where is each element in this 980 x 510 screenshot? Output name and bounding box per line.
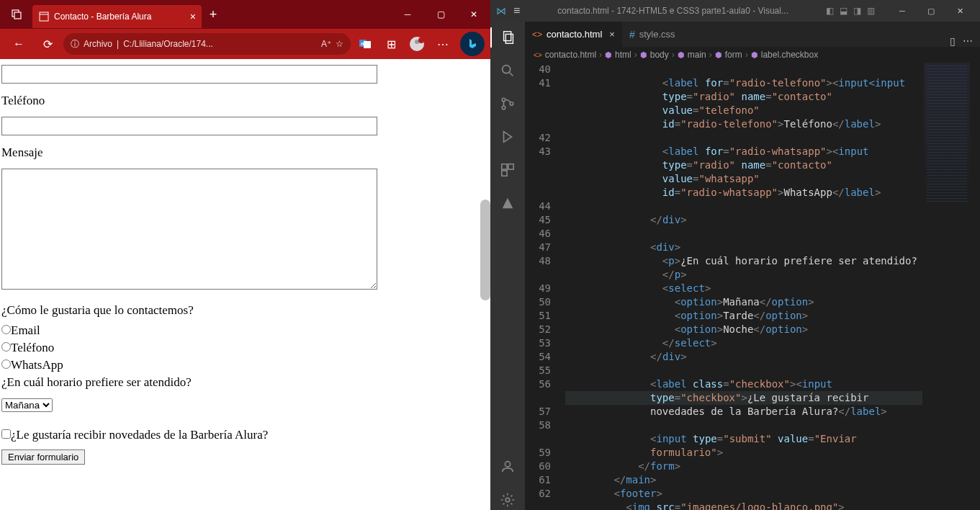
svg-marker-17 bbox=[504, 132, 512, 143]
horario-select[interactable]: Mañana Tarde Noche bbox=[1, 398, 53, 412]
minimize-button[interactable]: ─ bbox=[391, 0, 424, 29]
bing-icon[interactable] bbox=[460, 32, 485, 56]
browser-window: Contacto - Barbería Alura × + ─ ▢ ✕ ← ⟳ … bbox=[0, 0, 490, 510]
minimap[interactable] bbox=[924, 63, 970, 207]
code-editor[interactable]: 4041424344454647484950515253545556575859… bbox=[525, 63, 980, 510]
more-icon[interactable]: ⋯ bbox=[431, 32, 454, 55]
vs-close-button[interactable]: ✕ bbox=[945, 0, 974, 22]
svg-point-15 bbox=[502, 106, 505, 109]
html-file-icon: <> bbox=[532, 30, 542, 40]
horario-question: ¿En cuál horario prefiere ser atendido? bbox=[1, 375, 489, 390]
azure-icon[interactable] bbox=[490, 193, 525, 213]
radio-whatsapp-label[interactable]: WhatsApp bbox=[1, 358, 489, 372]
split-editor-icon[interactable]: ▯ bbox=[950, 35, 956, 47]
close-tab-icon[interactable]: × bbox=[190, 11, 196, 22]
vscode-logo-icon: ⋈ bbox=[496, 5, 506, 17]
svg-rect-10 bbox=[504, 32, 511, 41]
contact-question: ¿Cómo le gustaria que lo contactemos? bbox=[1, 303, 489, 318]
refresh-button[interactable]: ⟳ bbox=[35, 31, 60, 57]
telefono-label: Teléfono bbox=[1, 94, 489, 108]
radio-email-label[interactable]: Email bbox=[1, 323, 489, 338]
svg-rect-18 bbox=[502, 164, 507, 169]
hamburger-icon[interactable]: ≡ bbox=[513, 4, 520, 17]
radio-whatsapp[interactable] bbox=[1, 359, 11, 369]
svg-point-14 bbox=[502, 98, 505, 102]
accounts-icon[interactable] bbox=[490, 457, 525, 477]
window-controls: ─ ▢ ✕ bbox=[391, 0, 490, 29]
symbol-icon: ⬢ bbox=[715, 50, 722, 60]
editor-area: <> contacto.html × # style.css ▯ ⋯ <> co… bbox=[525, 22, 980, 510]
maximize-button[interactable]: ▢ bbox=[424, 0, 457, 29]
close-tab-icon[interactable]: × bbox=[609, 29, 615, 40]
tab-title: Contacto - Barbería Alura bbox=[54, 12, 186, 22]
svg-point-16 bbox=[510, 102, 513, 106]
newsletter-checkbox[interactable] bbox=[1, 429, 11, 439]
svg-text:a: a bbox=[361, 40, 364, 47]
explorer-icon[interactable] bbox=[490, 27, 525, 48]
submit-button[interactable]: Enviar formulario bbox=[1, 449, 85, 465]
svg-marker-21 bbox=[503, 198, 513, 209]
svg-rect-5 bbox=[364, 41, 371, 48]
vscode-title: contacto.html - 1742-HTML5 e CSS3 parte1… bbox=[527, 6, 819, 16]
favorite-icon[interactable]: ☆ bbox=[336, 39, 343, 49]
svg-rect-19 bbox=[508, 164, 513, 169]
mensaje-textarea[interactable] bbox=[1, 169, 377, 290]
url-scheme: Archivo bbox=[84, 39, 112, 49]
settings-icon[interactable] bbox=[490, 490, 525, 510]
html-file-icon: <> bbox=[534, 51, 542, 59]
layout-bottom-icon[interactable]: ⬓ bbox=[840, 6, 848, 16]
layout-custom-icon[interactable]: ▥ bbox=[867, 6, 875, 16]
code-lines: <label for="radio-telefono"><input<input… bbox=[565, 63, 922, 510]
newsletter-checkbox-label[interactable]: ¿Le gustaría recibir novedades de la Bar… bbox=[1, 428, 489, 442]
close-window-button[interactable]: ✕ bbox=[457, 0, 490, 29]
browser-titlebar: Contacto - Barbería Alura × + ─ ▢ ✕ bbox=[0, 0, 490, 29]
profile-icon[interactable] bbox=[405, 32, 428, 55]
vs-maximize-button[interactable]: ▢ bbox=[917, 0, 945, 22]
scrollbar-thumb[interactable] bbox=[480, 200, 490, 300]
radio-email[interactable] bbox=[1, 325, 11, 334]
svg-point-22 bbox=[505, 462, 510, 467]
page-icon bbox=[38, 11, 50, 22]
breadcrumb[interactable]: <> contacto.html› ⬢html› ⬢body› ⬢main› ⬢… bbox=[525, 47, 980, 63]
svg-point-23 bbox=[505, 498, 510, 502]
tab-contacto[interactable]: <> contacto.html × bbox=[525, 22, 622, 47]
more-actions-icon[interactable]: ⋯ bbox=[963, 35, 973, 47]
run-debug-icon[interactable] bbox=[490, 127, 525, 147]
back-button[interactable]: ← bbox=[6, 31, 32, 57]
symbol-icon: ⬢ bbox=[678, 50, 685, 60]
line-gutter: 4041424344454647484950515253545556575859… bbox=[525, 63, 558, 501]
vscode-titlebar: ⋈ ≡ contacto.html - 1742-HTML5 e CSS3 pa… bbox=[490, 0, 980, 22]
url-input[interactable]: ⓘ Archivo | C:/Lliliana/Oracle/174... A⁺… bbox=[63, 33, 351, 55]
tab-actions-button[interactable] bbox=[0, 0, 32, 29]
reader-icon[interactable]: A⁺ bbox=[321, 39, 331, 49]
editor-tabbar: <> contacto.html × # style.css ▯ ⋯ bbox=[525, 22, 980, 47]
search-icon[interactable] bbox=[490, 61, 525, 81]
url-separator: | bbox=[117, 39, 119, 49]
symbol-icon: ⬢ bbox=[605, 50, 612, 60]
vscode-window: ⋈ ≡ contacto.html - 1742-HTML5 e CSS3 pa… bbox=[490, 0, 980, 510]
svg-line-13 bbox=[510, 73, 513, 76]
address-bar: ← ⟳ ⓘ Archivo | C:/Lliliana/Oracle/174..… bbox=[0, 29, 490, 59]
symbol-icon: ⬢ bbox=[640, 50, 647, 60]
translate-icon[interactable]: a bbox=[354, 32, 377, 55]
svg-rect-20 bbox=[502, 171, 507, 176]
vs-minimize-button[interactable]: ─ bbox=[888, 0, 917, 22]
tab-style[interactable]: # style.css bbox=[622, 22, 683, 47]
page-content: Teléfono Mensaje ¿Cómo le gustaria que l… bbox=[0, 59, 490, 510]
symbol-icon: ⬢ bbox=[751, 50, 758, 60]
new-tab-button[interactable]: + bbox=[202, 7, 225, 22]
layout-left-icon[interactable]: ◧ bbox=[826, 6, 834, 16]
source-control-icon[interactable] bbox=[490, 94, 525, 114]
mensaje-label: Mensaje bbox=[1, 146, 489, 160]
radio-telefono[interactable] bbox=[1, 342, 11, 352]
collections-icon[interactable]: ⊞ bbox=[379, 32, 403, 55]
extensions-icon[interactable] bbox=[490, 160, 525, 180]
radio-telefono-label[interactable]: Teléfono bbox=[1, 341, 489, 355]
prev-input[interactable] bbox=[1, 65, 377, 84]
svg-point-12 bbox=[503, 66, 511, 73]
telefono-input[interactable] bbox=[1, 117, 377, 135]
svg-rect-11 bbox=[505, 34, 513, 43]
svg-rect-1 bbox=[14, 12, 21, 19]
browser-tab[interactable]: Contacto - Barbería Alura × bbox=[32, 5, 202, 28]
layout-right-icon[interactable]: ◨ bbox=[853, 6, 861, 16]
